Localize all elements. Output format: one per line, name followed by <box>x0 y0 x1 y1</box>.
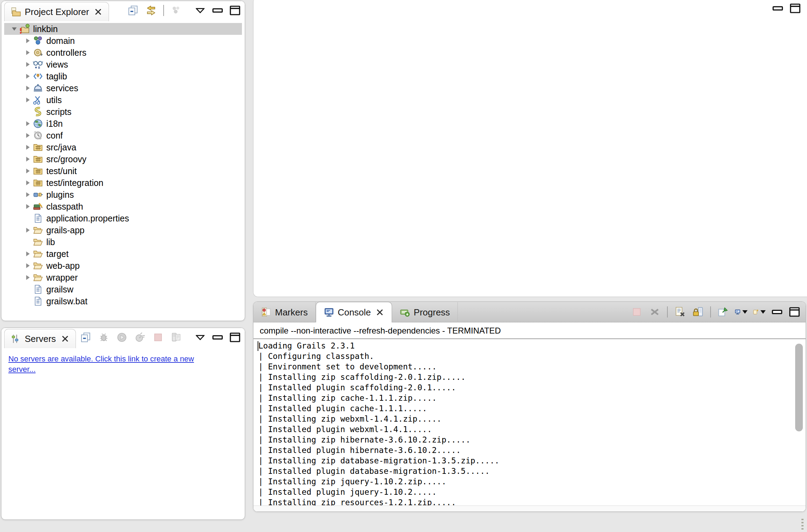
left-horizontal-sash[interactable] <box>1 321 245 327</box>
tree-item-web-app[interactable]: web-app <box>4 260 242 272</box>
create-server-link[interactable]: No servers are available. Click this lin… <box>8 354 217 375</box>
tab-project-explorer[interactable]: Project Explorer <box>4 2 109 21</box>
expand-arrow-icon[interactable] <box>22 226 33 234</box>
console-line: | Installed plugin cache-1.1.1..... <box>258 403 790 414</box>
expand-arrow-icon[interactable] <box>22 261 33 270</box>
tree-item-target[interactable]: target <box>4 248 242 260</box>
tree-item-linkbin[interactable]: linkbin <box>4 23 242 35</box>
tree-item-lib[interactable]: lib <box>4 236 242 248</box>
tree-item-domain[interactable]: domain <box>4 35 242 47</box>
maximize-button[interactable] <box>788 306 801 318</box>
tab-console[interactable]: Console <box>316 302 392 322</box>
console-output-area[interactable]: Loading Grails 2.3.1| Configuring classp… <box>253 339 806 506</box>
tree-item-controllers[interactable]: controllers <box>4 47 242 58</box>
minimize-button[interactable] <box>771 306 783 318</box>
tree-item-scripts[interactable]: scripts <box>4 106 242 118</box>
close-icon[interactable] <box>376 308 384 316</box>
expand-arrow-icon[interactable] <box>22 60 33 69</box>
expand-arrow-icon[interactable] <box>22 37 33 45</box>
resize-grip[interactable] <box>801 519 804 531</box>
tree-item-wrapper[interactable]: wrapper <box>4 272 242 283</box>
display-selected-console-button[interactable] <box>735 305 748 319</box>
expand-arrow-icon[interactable] <box>22 202 33 211</box>
collapse-arrow-icon[interactable] <box>9 25 19 33</box>
tab-servers[interactable]: Servers <box>4 329 76 348</box>
expand-arrow-icon[interactable] <box>22 119 33 128</box>
maximize-button[interactable] <box>229 331 241 344</box>
expand-arrow-icon[interactable] <box>22 167 33 175</box>
clear-console-button[interactable] <box>673 305 687 319</box>
dropdown-arrow-icon[interactable] <box>742 306 748 318</box>
minimize-button[interactable] <box>771 2 784 15</box>
expand-arrow-icon[interactable] <box>22 96 33 104</box>
tree-item-label: i18n <box>46 118 63 130</box>
expand-arrow-icon[interactable] <box>22 155 33 163</box>
tree-item-test-unit[interactable]: test/unit <box>4 165 242 177</box>
tree-item-services[interactable]: services <box>4 82 242 94</box>
link-with-editor-button[interactable] <box>144 4 158 17</box>
dropdown-arrow-icon[interactable] <box>760 306 766 318</box>
expand-arrow-icon[interactable] <box>22 143 33 151</box>
tree-item-i18n[interactable]: i18n <box>4 118 242 130</box>
classpath-icon <box>33 201 43 212</box>
tree-item-utils[interactable]: utils <box>4 94 242 106</box>
domain-icon <box>33 36 43 46</box>
tree-item-grails-app[interactable]: grails-app <box>4 224 242 236</box>
expand-arrow-icon[interactable] <box>22 131 33 140</box>
tree-item-views[interactable]: views <box>4 58 242 70</box>
arrow-spacer <box>22 297 33 305</box>
tree-item-label: grails-app <box>46 224 85 236</box>
expand-arrow-icon[interactable] <box>22 273 33 282</box>
remove-terminated-launches-button[interactable] <box>648 305 661 319</box>
collapse-all-button[interactable] <box>79 331 92 344</box>
eclipse-workbench: { "colors": { "selection_gray": "#d0d0d0… <box>0 0 807 532</box>
expand-arrow-icon[interactable] <box>22 72 33 80</box>
close-icon[interactable] <box>94 8 102 16</box>
expand-arrow-icon[interactable] <box>22 250 33 258</box>
view-menu-button[interactable] <box>194 331 206 344</box>
tab-markers[interactable]: Markers <box>253 302 316 322</box>
tree-item-src-groovy[interactable]: src/groovy <box>4 153 242 165</box>
tree-item-label: controllers <box>46 47 86 58</box>
console-line: | Installing zip hibernate-3.6.10.2.zip.… <box>258 435 790 445</box>
console-view: Markers Console Progress <box>253 302 806 512</box>
tree-item-src-java[interactable]: src/java <box>4 141 242 153</box>
expand-arrow-icon[interactable] <box>22 190 33 199</box>
tree-item-conf[interactable]: conf <box>4 130 242 141</box>
arrow-spacer <box>22 285 33 294</box>
minimize-button[interactable] <box>211 4 224 17</box>
editor-area <box>253 0 807 297</box>
view-menu-button[interactable] <box>194 4 206 17</box>
tree-item-plugins[interactable]: plugins <box>4 189 242 201</box>
tab-label: Servers <box>25 334 56 344</box>
tree-item-grailsw[interactable]: grailsw <box>4 283 242 295</box>
scroll-lock-button[interactable] <box>691 305 705 319</box>
tree-item-test-integration[interactable]: test/integration <box>4 177 242 189</box>
vertical-sash[interactable] <box>245 0 253 520</box>
tab-progress[interactable]: Progress <box>392 302 458 322</box>
scrollbar-thumb[interactable] <box>795 344 803 431</box>
console-line: | Installed plugin database-migration-1.… <box>258 466 790 476</box>
tree-item-taglib[interactable]: taglib <box>4 70 242 82</box>
pin-console-button[interactable] <box>716 305 730 319</box>
tree-item-grailsw-bat[interactable]: grailsw.bat <box>4 295 242 307</box>
console-scrollbar[interactable] <box>795 339 803 503</box>
tab-label: Project Explorer <box>25 7 89 17</box>
document-icon <box>33 296 43 306</box>
collapse-all-button[interactable] <box>126 4 140 17</box>
expand-arrow-icon[interactable] <box>22 179 33 187</box>
maximize-button[interactable] <box>789 2 801 15</box>
expand-arrow-icon[interactable] <box>22 48 33 57</box>
maximize-button[interactable] <box>229 4 241 17</box>
grails-project-icon <box>19 24 30 34</box>
close-icon[interactable] <box>61 335 69 343</box>
expand-arrow-icon[interactable] <box>22 84 33 92</box>
tree-item-application-properties[interactable]: application.properties <box>4 212 242 224</box>
folder-open-icon <box>33 249 43 259</box>
folder-open-icon <box>33 237 43 247</box>
minimize-button[interactable] <box>211 331 224 344</box>
open-console-button[interactable] <box>753 305 766 319</box>
right-horizontal-sash[interactable] <box>253 297 806 301</box>
horizontal-scrollbar-track[interactable] <box>253 506 806 512</box>
tree-item-classpath[interactable]: classpath <box>4 201 242 212</box>
